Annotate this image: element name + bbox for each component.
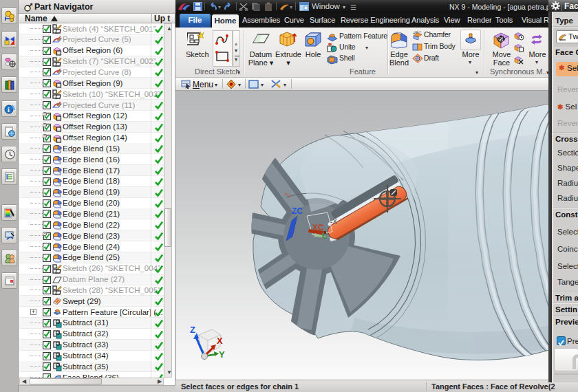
svg-text:X: X (217, 336, 223, 346)
svg-text:-X: -X (330, 218, 337, 226)
svg-text:Y: Y (219, 349, 225, 360)
svg-text:Z: Z (190, 325, 195, 335)
svg-text:ZC: ZC (292, 206, 303, 216)
svg-text:i: i (8, 106, 10, 113)
svg-text:XC: XC (312, 223, 324, 232)
